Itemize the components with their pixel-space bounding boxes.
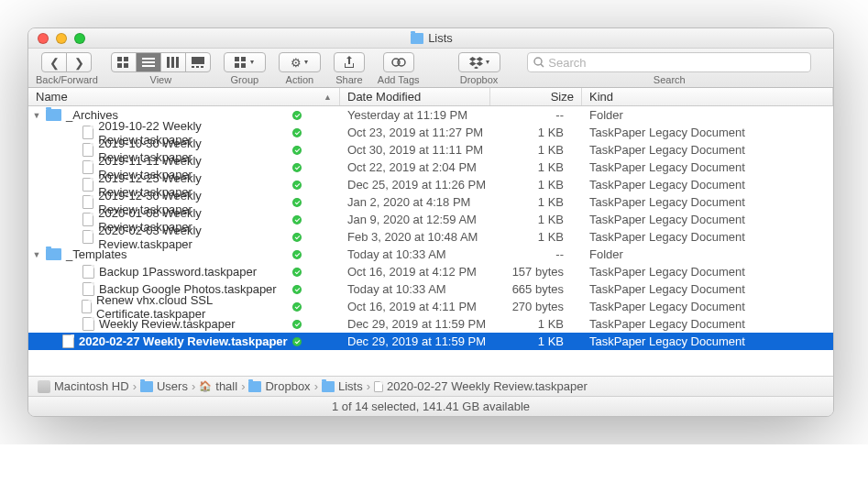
crumb-label: Macintosh HD bbox=[54, 379, 129, 393]
file-row[interactable]: Weekly Review.taskpaperDec 29, 2019 at 1… bbox=[28, 315, 833, 333]
kind: TaskPaper Legacy Document bbox=[582, 334, 833, 348]
sort-ascending-icon: ▲ bbox=[324, 93, 332, 102]
view-column-button[interactable] bbox=[160, 52, 186, 72]
date-modified: Oct 16, 2019 at 4:11 PM bbox=[340, 300, 490, 313]
svg-point-20 bbox=[534, 58, 542, 65]
search-field[interactable] bbox=[527, 52, 811, 72]
forward-button[interactable]: ❯ bbox=[66, 52, 92, 72]
svg-rect-2 bbox=[117, 63, 122, 68]
chevron-right-icon: › bbox=[241, 379, 245, 393]
toolbar-label-view: View bbox=[150, 74, 172, 85]
path-crumb[interactable]: 🏠thall bbox=[199, 379, 237, 393]
crumb-label: 2020-02-27 Weekly Review.taskpaper bbox=[387, 379, 588, 393]
date-modified: Dec 29, 2019 at 11:59 PM bbox=[340, 317, 490, 331]
svg-rect-10 bbox=[192, 57, 204, 64]
date-modified: Today at 10:33 AM bbox=[340, 282, 490, 296]
file-row[interactable]: Backup 1Password.taskpaperOct 16, 2019 a… bbox=[28, 263, 833, 280]
file-row[interactable]: 2020-02-27 Weekly Review.taskpaperDec 29… bbox=[28, 333, 833, 350]
kind: TaskPaper Legacy Document bbox=[582, 230, 833, 244]
synced-icon bbox=[292, 215, 302, 225]
search-icon bbox=[533, 57, 544, 68]
svg-rect-7 bbox=[167, 57, 170, 68]
item-name: 2020-02-03 Weekly Review.taskpaper bbox=[98, 224, 292, 251]
kind: Folder bbox=[582, 247, 833, 261]
size: 1 KB bbox=[490, 230, 582, 244]
column-date-modified[interactable]: Date Modified bbox=[340, 88, 490, 105]
view-list-button[interactable] bbox=[136, 52, 161, 72]
share-button[interactable] bbox=[334, 52, 365, 72]
path-crumb[interactable]: Macintosh HD bbox=[38, 379, 129, 393]
synced-icon bbox=[292, 181, 302, 190]
chevron-right-icon: › bbox=[367, 379, 370, 393]
size: 1 KB bbox=[490, 334, 582, 348]
size: 1 KB bbox=[490, 178, 582, 192]
tags-button[interactable] bbox=[383, 52, 414, 72]
view-icon-button[interactable] bbox=[111, 52, 137, 72]
synced-icon bbox=[292, 198, 302, 207]
svg-rect-3 bbox=[124, 63, 128, 68]
svg-rect-9 bbox=[176, 57, 179, 68]
svg-rect-17 bbox=[241, 63, 246, 68]
column-size[interactable]: Size bbox=[490, 88, 582, 105]
document-icon bbox=[82, 317, 94, 331]
date-modified: Yesterday at 11:19 PM bbox=[340, 108, 490, 122]
file-row[interactable]: 2020-02-03 Weekly Review.taskpaperFeb 3,… bbox=[28, 228, 833, 246]
synced-icon bbox=[292, 320, 302, 329]
size: -- bbox=[490, 247, 582, 261]
action-button[interactable]: ⚙▾ bbox=[279, 52, 321, 72]
date-modified: Feb 3, 2020 at 10:48 AM bbox=[340, 230, 490, 244]
chevron-right-icon: › bbox=[133, 379, 137, 393]
svg-rect-16 bbox=[235, 63, 239, 68]
svg-rect-12 bbox=[196, 66, 199, 68]
path-crumb[interactable]: Users bbox=[140, 379, 188, 393]
toolbar-label-group: Group bbox=[231, 74, 259, 85]
synced-icon bbox=[292, 250, 302, 259]
item-name: _Templates bbox=[66, 247, 126, 261]
size: 1 KB bbox=[490, 195, 582, 209]
dropbox-button[interactable]: ▾ bbox=[458, 52, 500, 72]
path-crumb[interactable]: 2020-02-27 Weekly Review.taskpaper bbox=[374, 379, 588, 393]
group-button[interactable]: ▾ bbox=[224, 52, 266, 72]
crumb-label: Lists bbox=[338, 379, 363, 393]
synced-icon bbox=[292, 128, 302, 137]
folder-icon bbox=[248, 381, 261, 392]
file-row[interactable]: Renew vhx.cloud SSL Certificate.taskpape… bbox=[28, 298, 833, 315]
view-gallery-button[interactable] bbox=[185, 52, 211, 72]
size: 1 KB bbox=[490, 143, 582, 157]
folder-row[interactable]: ▼_TemplatesToday at 10:33 AM--Folder bbox=[28, 246, 833, 263]
home-icon: 🏠 bbox=[199, 380, 212, 392]
size: -- bbox=[490, 108, 582, 122]
synced-icon bbox=[292, 233, 302, 242]
document-icon bbox=[82, 126, 94, 139]
titlebar[interactable]: Lists bbox=[28, 28, 833, 49]
date-modified: Jan 9, 2020 at 12:59 AM bbox=[340, 213, 490, 226]
kind: TaskPaper Legacy Document bbox=[582, 317, 833, 331]
document-icon bbox=[82, 300, 92, 313]
folder-icon bbox=[322, 381, 335, 392]
path-crumb[interactable]: Dropbox bbox=[248, 379, 310, 393]
document-icon bbox=[82, 160, 94, 174]
file-list[interactable]: ▼_ArchivesYesterday at 11:19 PM--Folder2… bbox=[28, 106, 833, 350]
folder-icon bbox=[411, 33, 423, 44]
synced-icon bbox=[292, 302, 302, 312]
path-crumb[interactable]: Lists bbox=[322, 379, 363, 393]
size: 1 KB bbox=[490, 160, 582, 174]
svg-rect-15 bbox=[241, 57, 246, 61]
path-bar[interactable]: Macintosh HD›Users›🏠thall›Dropbox›Lists›… bbox=[28, 376, 833, 396]
search-input[interactable] bbox=[548, 56, 805, 70]
date-modified: Today at 10:33 AM bbox=[340, 247, 490, 261]
column-kind[interactable]: Kind bbox=[582, 88, 833, 105]
disk-icon bbox=[38, 380, 50, 393]
back-button[interactable]: ❮ bbox=[41, 52, 67, 72]
item-name: Backup 1Password.taskpaper bbox=[99, 265, 257, 279]
folder-icon bbox=[46, 109, 61, 121]
svg-rect-1 bbox=[124, 57, 128, 61]
column-name[interactable]: Name▲ bbox=[28, 88, 340, 105]
disclosure-triangle-icon[interactable]: ▼ bbox=[32, 250, 41, 259]
document-icon bbox=[374, 381, 383, 392]
date-modified: Oct 16, 2019 at 4:12 PM bbox=[340, 265, 490, 279]
svg-rect-11 bbox=[192, 66, 194, 68]
folder-icon bbox=[140, 381, 153, 392]
synced-icon bbox=[292, 111, 302, 120]
toolbar-label-share: Share bbox=[335, 74, 362, 85]
